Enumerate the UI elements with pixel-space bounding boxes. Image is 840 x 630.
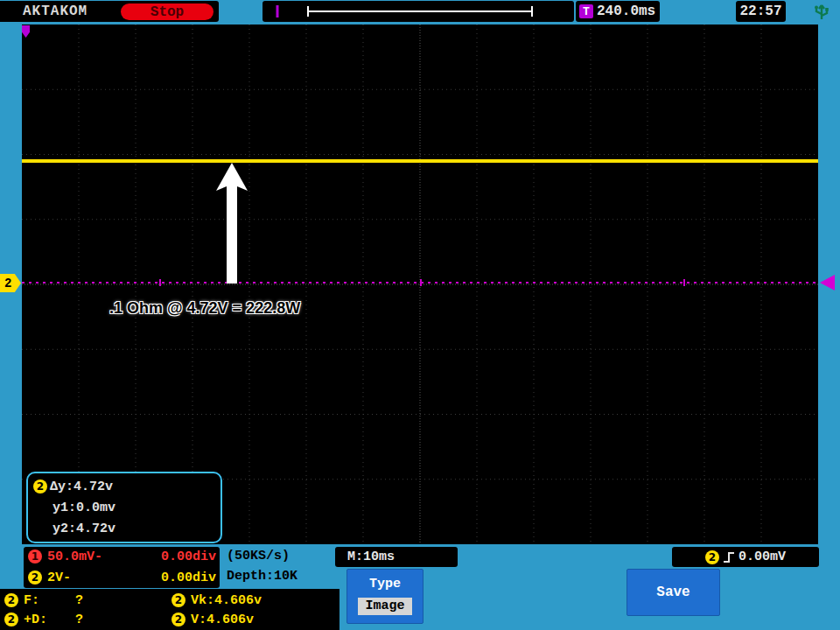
channel2-badge: 2: [4, 612, 18, 626]
channel2-settings: 2 2V- 0.00div: [24, 568, 220, 588]
channel2-ground-marker: 2: [0, 274, 21, 292]
cursor-measurement-panel: 2 Δy:4.72v y1:0.0mv y2:4.72v: [26, 472, 222, 543]
math-trace-tick: [683, 279, 685, 286]
vk-measurement: Vk:4.606v: [191, 592, 262, 610]
frequency-value: ?: [75, 592, 83, 610]
measurement-row-2: 2 +D: ? 2 V:4.606v: [0, 611, 340, 629]
save-button[interactable]: Save: [626, 569, 720, 616]
cursor-delta-value: Δy:4.72v: [50, 480, 113, 494]
trigger-time-readout: T 240.0ms: [576, 1, 660, 22]
oscilloscope-screen: AKTAKOM Stop T 240.0ms 22:57: [0, 0, 840, 630]
measurements-box: 2 F: ? 2 Vk:4.606v 2 +D: ? 2 V:4.606v: [0, 589, 340, 630]
annotation-text: .1 Ohm @ 4.72V = 222.8W: [109, 299, 300, 318]
timebase-readout: M:10ms: [335, 547, 458, 567]
channel2-offset: 0.00div: [161, 568, 216, 588]
math-trace-tick: [159, 279, 161, 286]
waveform-display: .1 Ohm @ 4.72V = 222.8W 2 Δy:4.72v y1:0.…: [22, 24, 818, 544]
v-measurement: V:4.606v: [191, 611, 254, 629]
channel1-settings: 1 50.0mV- 0.00div: [24, 547, 220, 567]
channel-settings-box: 1 50.0mV- 0.00div 2 2V- 0.00div: [24, 547, 220, 588]
duty-label: +D:: [24, 611, 47, 629]
measurement-row-1: 2 F: ? 2 Vk:4.606v: [0, 592, 340, 610]
type-button[interactable]: Type Image: [346, 569, 424, 624]
rising-edge-icon: [723, 550, 735, 564]
type-button-value: Image: [358, 598, 412, 615]
channel2-badge: 2: [172, 593, 186, 607]
usb-connected-icon: [811, 2, 832, 21]
duty-value: ?: [75, 611, 83, 629]
top-bar-left: AKTAKOM Stop: [0, 1, 219, 22]
math-trace-tick: [420, 279, 422, 286]
cursor-y2-row: y2:4.72v: [33, 518, 215, 539]
annotation-arrow: [214, 163, 249, 284]
cursor-y1-value: y1:0.0mv: [52, 500, 116, 515]
trigger-time-value: 240.0ms: [597, 4, 655, 19]
cursor-y2-value: y2:4.72v: [52, 522, 116, 536]
channel2-badge: 2: [33, 480, 47, 494]
channel2-scale: 2V-: [47, 568, 71, 588]
trigger-level-readout: 2 0.00mV: [672, 547, 819, 567]
memory-depth: Depth:10K: [227, 569, 298, 584]
trigger-level-value: 0.00mV: [738, 550, 786, 564]
channel2-trace: [22, 159, 818, 163]
sample-rate: (50KS/s): [227, 549, 290, 564]
channel1-offset: 0.00div: [161, 547, 216, 567]
channel1-badge: 1: [28, 550, 42, 564]
trigger-position-bar: [262, 1, 574, 22]
brand-logo: AKTAKOM: [23, 4, 88, 19]
trigger-position-indicator: [262, 1, 574, 22]
trigger-t-icon: T: [579, 4, 593, 18]
trigger-level-arrow: [820, 275, 835, 290]
channel2-badge: 2: [705, 550, 719, 564]
type-button-label: Type: [369, 577, 401, 592]
cursor-delta-row: 2 Δy:4.72v: [33, 476, 215, 497]
cursor-y1-row: y1:0.0mv: [33, 497, 215, 518]
frequency-label: F:: [24, 592, 39, 610]
channel2-badge: 2: [28, 570, 42, 584]
clock: 22:57: [736, 1, 786, 22]
channel1-scale: 50.0mV-: [47, 547, 102, 567]
channel2-badge: 2: [4, 593, 18, 607]
channel2-badge: 2: [172, 612, 186, 626]
stop-button[interactable]: Stop: [121, 4, 214, 20]
